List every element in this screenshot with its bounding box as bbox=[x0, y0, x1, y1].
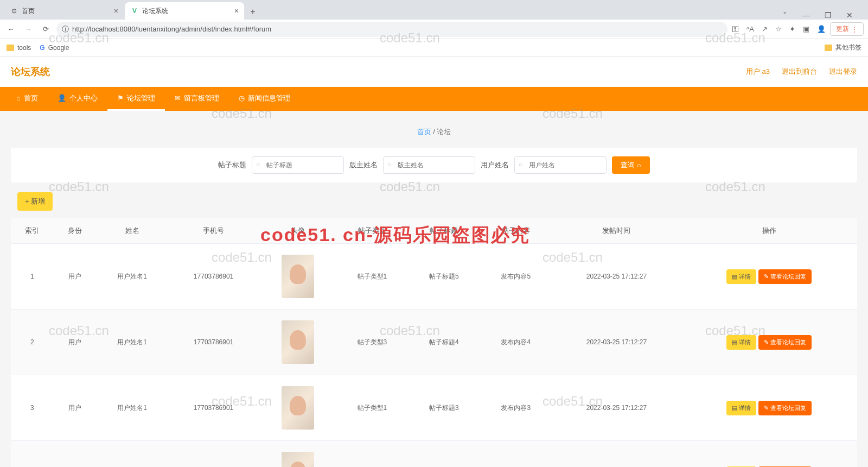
google-icon: G bbox=[40, 44, 44, 52]
main-nav: ⌂首页 👤个人中心 ⚑论坛管理 ✉留言板管理 ◷新闻信息管理 bbox=[0, 87, 868, 111]
search-icon: ○ bbox=[637, 161, 641, 169]
nav-forum[interactable]: ⚑论坛管理 bbox=[107, 87, 165, 111]
address-bar: ← → ⟳ ⓘ http://localhost:8080/luentanxit… bbox=[0, 20, 868, 39]
tab-icon: V bbox=[130, 7, 139, 15]
bookmark-google[interactable]: G Google bbox=[40, 44, 69, 52]
edit-icon: ✎ bbox=[764, 405, 769, 412]
table-row: 2用户用户姓名117703786901帖子类型3帖子标题4发布内容42022-0… bbox=[11, 310, 857, 375]
browser-tab-bar: ⊙ 首页 × V 论坛系统 × + ˅ — ❐ ✕ bbox=[0, 0, 868, 20]
tab-icon: ⊙ bbox=[10, 7, 18, 15]
breadcrumb: 首页 / 论坛 bbox=[11, 119, 857, 148]
bookmark-bar: tools G Google 其他书签 bbox=[0, 39, 868, 56]
title-input[interactable] bbox=[252, 156, 344, 174]
detail-button[interactable]: ▤ 详情 bbox=[726, 269, 756, 284]
table-row: 4用户用户姓名217703786902帖子类型1帖子标题2发布内容22022-0… bbox=[11, 441, 857, 468]
column-header: 发帖时间 bbox=[552, 218, 681, 244]
user-icon: 👤 bbox=[58, 94, 66, 102]
breadcrumb-home[interactable]: 首页 bbox=[417, 128, 431, 136]
browser-tab[interactable]: ⊙ 首页 × bbox=[4, 2, 124, 20]
edit-icon: ✎ bbox=[764, 339, 769, 346]
update-button[interactable]: 更新 ⋮ bbox=[830, 22, 864, 36]
browser-tab-active[interactable]: V 论坛系统 × bbox=[125, 2, 244, 20]
close-icon[interactable]: × bbox=[234, 7, 239, 15]
view-reply-button[interactable]: ✎ 查看论坛回复 bbox=[758, 401, 812, 415]
bookmark-tools[interactable]: tools bbox=[7, 44, 31, 52]
content: 首页 / 论坛 帖子标题 ○ 版主姓名 ○ 用户姓名 ○ 查询○ + 新增 索引… bbox=[0, 111, 868, 467]
window-controls: ˅ — ❐ ✕ bbox=[779, 11, 864, 20]
info-icon: ⓘ bbox=[62, 24, 69, 34]
avatar bbox=[282, 255, 314, 298]
column-header: 头像 bbox=[259, 218, 336, 244]
panel-icon[interactable]: ▣ bbox=[803, 25, 809, 33]
folder-icon bbox=[7, 45, 14, 51]
breadcrumb-current: 论坛 bbox=[437, 128, 451, 136]
app-header: 论坛系统 用户 a3 退出到前台 退出登录 bbox=[0, 56, 868, 87]
avatar bbox=[282, 386, 314, 430]
column-header: 帖子标题 bbox=[408, 218, 480, 244]
detail-button[interactable]: ▤ 详情 bbox=[726, 401, 756, 415]
user-input[interactable] bbox=[514, 156, 607, 174]
chevron-down-icon[interactable]: ˅ bbox=[779, 11, 790, 20]
bookmark-other[interactable]: 其他书签 bbox=[825, 43, 861, 52]
tab-title: 首页 bbox=[22, 7, 35, 16]
avatar bbox=[282, 452, 314, 467]
close-icon[interactable]: × bbox=[114, 7, 118, 15]
menu-icon: ⋮ bbox=[851, 26, 858, 33]
minimize-button[interactable]: — bbox=[801, 11, 812, 20]
avatar bbox=[282, 320, 314, 364]
user-label[interactable]: 用户 a3 bbox=[746, 67, 770, 77]
message-icon: ✉ bbox=[175, 94, 181, 102]
doc-icon: ▤ bbox=[732, 405, 737, 412]
nav-news[interactable]: ◷新闻信息管理 bbox=[229, 87, 300, 111]
nav-home[interactable]: ⌂首页 bbox=[7, 87, 48, 111]
flag-icon: ⚑ bbox=[117, 94, 124, 102]
add-button[interactable]: + 新增 bbox=[17, 192, 53, 211]
home-icon: ⌂ bbox=[16, 94, 21, 102]
news-icon: ◷ bbox=[239, 94, 245, 102]
profile-icon[interactable]: 👤 bbox=[817, 25, 826, 33]
title-label: 帖子标题 bbox=[218, 160, 246, 170]
search-icon: ○ bbox=[387, 161, 391, 168]
reload-button[interactable]: ⟳ bbox=[39, 23, 52, 36]
search-icon: ○ bbox=[519, 161, 522, 168]
translate-icon[interactable]: ᵃA bbox=[746, 25, 754, 33]
mod-label: 版主姓名 bbox=[349, 160, 378, 170]
view-reply-button[interactable]: ✎ 查看论坛回复 bbox=[758, 335, 812, 350]
view-reply-button[interactable]: ✎ 查看论坛回复 bbox=[758, 269, 812, 284]
column-header: 姓名 bbox=[96, 218, 168, 244]
doc-icon: ▤ bbox=[732, 339, 737, 346]
url-input[interactable]: ⓘ http://localhost:8080/luentanxitong/ad… bbox=[56, 22, 727, 37]
share-icon[interactable]: ↗ bbox=[762, 25, 768, 33]
table-row: 3用户用户姓名117703786901帖子类型1帖子标题3发布内容32022-0… bbox=[11, 375, 857, 441]
edit-icon: ✎ bbox=[764, 273, 769, 280]
detail-button[interactable]: ▤ 详情 bbox=[726, 335, 756, 350]
close-window-button[interactable]: ✕ bbox=[844, 11, 855, 20]
extensions-icon[interactable]: ✦ bbox=[789, 25, 795, 33]
tab-title: 论坛系统 bbox=[142, 7, 168, 16]
nav-message[interactable]: ✉留言板管理 bbox=[165, 87, 229, 111]
column-header: 操作 bbox=[681, 218, 857, 244]
exit-front-link[interactable]: 退出到前台 bbox=[782, 67, 817, 77]
forward-button[interactable]: → bbox=[22, 23, 35, 36]
key-icon[interactable]: ⚿ bbox=[732, 25, 739, 33]
column-header: 帖子类型 bbox=[336, 218, 408, 244]
column-header: 帖子内容 bbox=[480, 218, 552, 244]
column-header: 手机号 bbox=[168, 218, 259, 244]
column-header: 身份 bbox=[54, 218, 97, 244]
new-tab-button[interactable]: + bbox=[245, 4, 260, 20]
back-button[interactable]: ← bbox=[4, 23, 17, 36]
column-header: 索引 bbox=[11, 218, 54, 244]
mod-input[interactable] bbox=[383, 156, 475, 174]
doc-icon: ▤ bbox=[732, 273, 737, 280]
folder-icon bbox=[825, 45, 832, 51]
search-bar: 帖子标题 ○ 版主姓名 ○ 用户姓名 ○ 查询○ bbox=[11, 148, 857, 182]
url-text: http://localhost:8080/luentanxitong/admi… bbox=[72, 25, 271, 33]
table-row: 1用户用户姓名117703786901帖子类型1帖子标题5发布内容52022-0… bbox=[11, 244, 857, 310]
search-icon: ○ bbox=[256, 161, 260, 168]
star-icon[interactable]: ☆ bbox=[775, 25, 782, 33]
query-button[interactable]: 查询○ bbox=[612, 156, 650, 174]
logout-link[interactable]: 退出登录 bbox=[829, 67, 857, 77]
user-label: 用户姓名 bbox=[481, 160, 509, 170]
maximize-button[interactable]: ❐ bbox=[822, 11, 833, 20]
nav-profile[interactable]: 👤个人中心 bbox=[48, 87, 107, 111]
